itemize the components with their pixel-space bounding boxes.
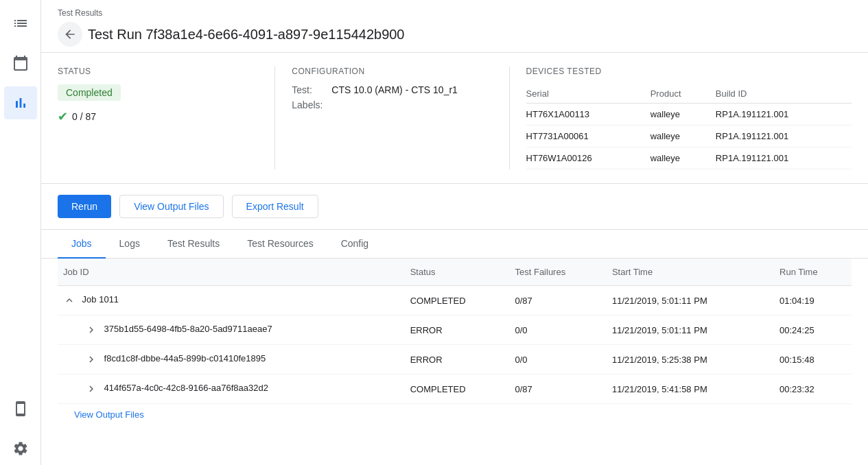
device-product: walleye	[650, 104, 716, 126]
sidebar-item-analytics[interactable]	[4, 86, 37, 119]
child-job-id-cell: 414f657a-4c0c-42c8-9166-aa76f8aa32d2	[58, 374, 405, 404]
expand-icon[interactable]	[85, 324, 97, 336]
config-labels-key: Labels:	[292, 99, 326, 110]
child-failures-cell: 0/0	[509, 315, 606, 345]
info-section: Status Completed ✔ 0 / 87 Configuration …	[41, 53, 868, 184]
child-status-cell: ERROR	[405, 315, 510, 345]
child-start-cell: 11/21/2019, 5:41:58 PM	[607, 374, 774, 404]
title-row: Test Run 7f38a1e4-6e66-4091-a897-9e11544…	[58, 22, 852, 47]
table-row: 375b1d55-6498-4fb5-8a20-5ad9711aeae7 ERR…	[58, 315, 852, 345]
status-col: Status Completed ✔ 0 / 87	[58, 67, 274, 169]
child-run-cell: 00:24:25	[774, 315, 852, 345]
child-start-cell: 11/21/2019, 5:25:38 PM	[607, 345, 774, 374]
devices-col-build: Build ID	[716, 84, 852, 104]
tab-test-resources[interactable]: Test Resources	[233, 230, 327, 259]
check-icon: ✔	[58, 109, 68, 124]
col-test-failures: Test Failures	[509, 259, 606, 286]
sidebar-item-settings[interactable]	[4, 432, 37, 465]
device-serial: HT7731A00061	[526, 126, 650, 147]
breadcrumb: Test Results	[58, 8, 852, 18]
expand-icon[interactable]	[85, 353, 97, 366]
child-failures-cell: 0/0	[509, 345, 606, 374]
job-status-cell: COMPLETED	[405, 286, 510, 315]
sidebar-item-calendar[interactable]	[4, 47, 37, 80]
back-button[interactable]	[58, 22, 82, 47]
col-run-time: Run Time	[774, 259, 852, 286]
expand-icon[interactable]	[63, 294, 75, 307]
tabs-bar: Jobs Logs Test Results Test Resources Co…	[41, 230, 868, 259]
status-badge: Completed	[58, 84, 121, 101]
main-content: Test Results Test Run 7f38a1e4-6e66-4091…	[41, 0, 868, 465]
job-id-cell: Job 1011	[58, 286, 405, 315]
jobs-table-header: Job ID Status Test Failures Start Time R…	[58, 259, 852, 286]
table-row: f8cd1c8f-dbbe-44a5-899b-c01410fe1895 ERR…	[58, 345, 852, 374]
actions-row: Rerun View Output Files Export Result	[41, 184, 868, 230]
devices-table: Serial Product Build ID HT76X1A00113 wal…	[526, 84, 852, 169]
device-build: RP1A.191121.001	[716, 147, 852, 169]
table-row: Job 1011 COMPLETED 0/87 11/21/2019, 5:01…	[58, 286, 852, 315]
table-row: 414f657a-4c0c-42c8-9166-aa76f8aa32d2 COM…	[58, 374, 852, 404]
sidebar-item-list[interactable]	[4, 7, 37, 40]
child-run-cell: 00:23:32	[774, 374, 852, 404]
device-serial: HT76W1A00126	[526, 147, 650, 169]
config-labels-row: Labels:	[292, 99, 508, 110]
rerun-button[interactable]: Rerun	[58, 195, 111, 218]
job-start-cell: 11/21/2019, 5:01:11 PM	[607, 286, 774, 315]
tab-jobs[interactable]: Jobs	[58, 230, 106, 259]
col-job-id: Job ID	[58, 259, 405, 286]
devices-label: Devices Tested	[526, 67, 852, 76]
child-status-cell: COMPLETED	[405, 374, 510, 404]
config-test-key: Test:	[292, 84, 326, 95]
devices-col-product: Product	[650, 84, 716, 104]
score-value: 0 / 87	[72, 111, 96, 122]
page-title: Test Run 7f38a1e4-6e66-4091-a897-9e11544…	[88, 27, 405, 43]
status-label: Status	[58, 67, 274, 76]
device-build: RP1A.191121.001	[716, 104, 852, 126]
devices-table-row: HT76X1A00113 walleye RP1A.191121.001	[526, 104, 852, 126]
device-product: walleye	[650, 126, 716, 147]
jobs-table-wrap: Job ID Status Test Failures Start Time R…	[41, 259, 868, 442]
job-run-cell: 01:04:19	[774, 286, 852, 315]
child-start-cell: 11/21/2019, 5:01:11 PM	[607, 315, 774, 345]
devices-table-row: HT76W1A00126 walleye RP1A.191121.001	[526, 147, 852, 169]
device-build: RP1A.191121.001	[716, 126, 852, 147]
tab-config[interactable]: Config	[327, 230, 382, 259]
config-test-row: Test: CTS 10.0 (ARM) - CTS 10_r1	[292, 84, 508, 95]
header: Test Results Test Run 7f38a1e4-6e66-4091…	[41, 0, 868, 53]
child-job-id-cell: 375b1d55-6498-4fb5-8a20-5ad9711aeae7	[58, 315, 405, 345]
tab-logs[interactable]: Logs	[106, 230, 154, 259]
export-button[interactable]: Export Result	[232, 195, 318, 218]
job-failures-cell: 0/87	[509, 286, 606, 315]
sidebar	[0, 0, 41, 465]
view-output-files-link[interactable]: View Output Files	[58, 404, 161, 425]
sidebar-item-phone[interactable]	[4, 392, 37, 425]
device-serial: HT76X1A00113	[526, 104, 650, 126]
child-job-id-cell: f8cd1c8f-dbbe-44a5-899b-c01410fe1895	[58, 345, 405, 374]
expand-icon[interactable]	[85, 383, 97, 395]
config-test-val: CTS 10.0 (ARM) - CTS 10_r1	[331, 84, 458, 95]
col-status: Status	[405, 259, 510, 286]
view-output-button[interactable]: View Output Files	[119, 195, 223, 218]
child-failures-cell: 0/87	[509, 374, 606, 404]
config-col: Configuration Test: CTS 10.0 (ARM) - CTS…	[274, 67, 508, 169]
child-run-cell: 00:15:48	[774, 345, 852, 374]
tab-test-results[interactable]: Test Results	[154, 230, 233, 259]
jobs-table: Job ID Status Test Failures Start Time R…	[58, 259, 852, 404]
col-start-time: Start Time	[607, 259, 774, 286]
device-product: walleye	[650, 147, 716, 169]
devices-col-serial: Serial	[526, 84, 650, 104]
config-label: Configuration	[292, 67, 508, 76]
child-status-cell: ERROR	[405, 345, 510, 374]
score-row: ✔ 0 / 87	[58, 109, 274, 124]
devices-table-row: HT7731A00061 walleye RP1A.191121.001	[526, 126, 852, 147]
devices-col: Devices Tested Serial Product Build ID H…	[509, 67, 852, 169]
